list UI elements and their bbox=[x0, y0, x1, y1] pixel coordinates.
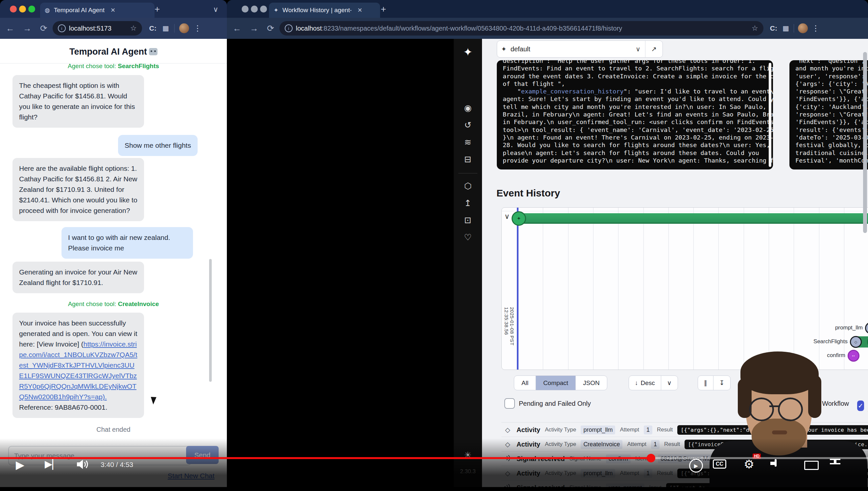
user-message-bubble: I want to go with air new zealand. Pleas… bbox=[61, 227, 193, 259]
left-browser-window: ◍ Temporal AI Agent ✕ + ∨ ← → ⟳ i localh… bbox=[0, 0, 227, 491]
collapse-chevron-icon[interactable]: ∨ bbox=[504, 212, 509, 221]
pending-failed-filter[interactable]: Pending and Failed Only bbox=[504, 398, 591, 409]
extensions-puzzle-icon[interactable]: ▦ bbox=[782, 24, 789, 32]
site-info-icon[interactable]: i bbox=[58, 24, 66, 32]
theater-mode-button[interactable] bbox=[804, 461, 819, 470]
miniplayer-button[interactable] bbox=[775, 459, 777, 467]
sort-order-control: ↓Desc ∨ bbox=[629, 375, 678, 390]
gridline bbox=[568, 208, 568, 370]
tab-search-chevron-icon[interactable]: ∨ bbox=[213, 5, 218, 14]
code-scrollbar[interactable] bbox=[769, 63, 771, 167]
new-tab-button[interactable]: + bbox=[155, 5, 160, 14]
tab-workflow-history[interactable]: ✦ Workflow History | agent-wor ✕ bbox=[269, 3, 380, 18]
url-path: :8233/namespaces/default/workflows/agent… bbox=[322, 25, 622, 32]
video-frame: ◍ Temporal AI Agent ✕ + ∨ ← → ⟳ i localh… bbox=[0, 0, 868, 491]
back-button[interactable]: ← bbox=[6, 23, 14, 34]
namespace-select[interactable]: ✦ default ∨ ↗ bbox=[497, 40, 663, 58]
chat-scrollbar[interactable] bbox=[209, 259, 212, 382]
claude-extension-icon[interactable]: C: bbox=[149, 24, 156, 32]
tool-banner-createinvoice: Agent chose tool: CreateInvoice bbox=[0, 300, 227, 308]
glasses-bridge bbox=[769, 405, 779, 407]
extensions-puzzle-icon[interactable]: ▦ bbox=[162, 24, 169, 32]
forward-button[interactable]: → bbox=[23, 23, 32, 34]
close-tab-icon[interactable]: ✕ bbox=[111, 7, 115, 14]
address-bar[interactable]: i localhost:5173 ☆ bbox=[53, 21, 142, 35]
view-option-json[interactable]: JSON bbox=[576, 376, 607, 390]
subtitles-cc-button[interactable]: CC bbox=[713, 459, 726, 469]
video-progress-handle[interactable] bbox=[647, 454, 655, 462]
field-label: Attempt bbox=[620, 427, 639, 433]
forward-button[interactable]: → bbox=[250, 23, 258, 34]
labs-cube-icon[interactable]: ⬡ bbox=[454, 181, 482, 191]
sort-options-chevron[interactable]: ∨ bbox=[661, 376, 678, 390]
globe-favicon: ◍ bbox=[45, 7, 50, 14]
workflow-start-node[interactable]: ✦ bbox=[512, 211, 526, 226]
field-label: Activity Type bbox=[545, 427, 576, 433]
tab-title: Temporal AI Agent bbox=[54, 7, 104, 14]
presenter-mouth bbox=[772, 430, 787, 434]
close-window-button[interactable] bbox=[242, 6, 249, 12]
bookmark-star-icon[interactable]: ☆ bbox=[130, 24, 137, 33]
field-chip: prompt_llm bbox=[581, 426, 615, 434]
invoice-link[interactable]: https://invoice.stripe.com/i/acct_1NBOLu… bbox=[19, 340, 137, 401]
new-tab-button[interactable]: + bbox=[381, 5, 386, 14]
address-bar[interactable]: i localhost:8233/namespaces/default/work… bbox=[279, 21, 764, 35]
browser-menu-icon[interactable]: ⋮ bbox=[812, 24, 820, 33]
zoom-window-button[interactable] bbox=[28, 6, 35, 12]
close-window-button[interactable] bbox=[10, 6, 17, 12]
next-video-button[interactable]: ▶▏ bbox=[45, 458, 60, 470]
settings-gear-icon[interactable]: ⚙HD bbox=[744, 457, 754, 471]
checkbox-unchecked[interactable] bbox=[504, 398, 515, 409]
autoplay-toggle[interactable]: ▶ bbox=[689, 459, 703, 472]
workflow-execution-bar[interactable] bbox=[519, 213, 868, 224]
minimize-window-button[interactable] bbox=[19, 6, 26, 12]
gridline bbox=[693, 208, 694, 370]
sort-desc-button[interactable]: ↓Desc bbox=[629, 376, 661, 390]
browser-menu-icon[interactable]: ⋮ bbox=[194, 24, 202, 33]
archive-icon[interactable]: ⊟ bbox=[454, 154, 482, 165]
schedules-icon[interactable]: ↺ bbox=[454, 120, 482, 130]
zoom-window-button[interactable] bbox=[260, 6, 267, 12]
agent-message-bubble: Your invoice has been successfully gener… bbox=[12, 313, 144, 418]
event-name: Activity bbox=[517, 426, 540, 434]
close-tab-icon[interactable]: ✕ bbox=[358, 7, 362, 14]
reload-button[interactable]: ⟳ bbox=[267, 23, 274, 34]
minimize-window-button[interactable] bbox=[251, 6, 258, 12]
result-payload-panel: 'next': 'question', 'response': "Could y… bbox=[789, 60, 868, 170]
chat-page: Temporal AI Agent Agent chose tool: Sear… bbox=[0, 39, 227, 491]
axis-start-time: 2025-01-08 PST 12:35:38.56 bbox=[504, 307, 515, 370]
video-time-display: 3:40 / 4:53 bbox=[101, 461, 133, 469]
reload-button[interactable]: ⟳ bbox=[40, 23, 48, 34]
page-scrollbar[interactable] bbox=[863, 52, 867, 233]
field-chip: 1 bbox=[644, 426, 652, 434]
glasses-left-lens bbox=[749, 398, 774, 421]
play-button[interactable]: ▶ bbox=[16, 458, 24, 471]
codec-server-icon[interactable]: ⊡ bbox=[454, 215, 482, 225]
video-progress-played[interactable] bbox=[0, 457, 651, 459]
toolbar-divider bbox=[174, 24, 175, 33]
open-namespace-icon[interactable]: ↗ bbox=[645, 45, 662, 53]
activity-scheduled-node[interactable]: ◇ bbox=[865, 322, 868, 334]
timeline-event-label: prompt_llm bbox=[774, 297, 868, 304]
url-text: localhost:5173 bbox=[69, 25, 112, 32]
view-option-compact[interactable]: Compact bbox=[536, 376, 576, 390]
workflows-icon[interactable]: ◉ bbox=[454, 103, 482, 113]
chevron-down-icon: ∨ bbox=[636, 45, 645, 53]
profile-avatar[interactable] bbox=[798, 23, 808, 33]
volume-icon[interactable] bbox=[76, 459, 89, 470]
import-icon[interactable]: ↥ bbox=[454, 198, 482, 208]
profile-avatar[interactable] bbox=[179, 23, 189, 33]
namespaces-icon[interactable]: ≋ bbox=[454, 137, 482, 147]
view-option-all[interactable]: All bbox=[514, 376, 536, 390]
nav-divider bbox=[458, 173, 477, 173]
temporal-favicon: ✦ bbox=[274, 7, 278, 14]
tab-title: Workflow History | agent-wor bbox=[282, 7, 351, 14]
agent-message-bubble: The cheapest flight option is with Catha… bbox=[12, 75, 144, 128]
claude-extension-icon[interactable]: C: bbox=[770, 24, 777, 32]
feedback-heart-icon[interactable]: ♡ bbox=[454, 232, 482, 242]
bookmark-star-icon[interactable]: ☆ bbox=[752, 24, 758, 33]
temporal-logo-icon[interactable]: ✦ bbox=[454, 46, 482, 59]
tab-temporal-ai-agent[interactable]: ◍ Temporal AI Agent ✕ bbox=[40, 3, 155, 18]
site-info-icon[interactable]: i bbox=[285, 24, 292, 32]
back-button[interactable]: ← bbox=[233, 23, 241, 34]
